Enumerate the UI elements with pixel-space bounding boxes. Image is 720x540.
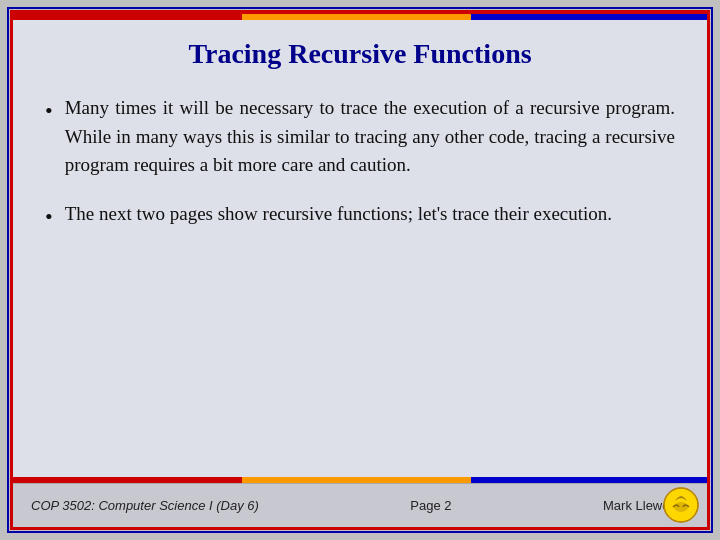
bullet-text-1: Many times it will be necessary to trace… bbox=[65, 94, 675, 180]
svg-point-2 bbox=[674, 502, 688, 512]
slide-container: Tracing Recursive Functions • Many times… bbox=[10, 10, 710, 530]
bullet-section: • Many times it will be necessary to tra… bbox=[45, 94, 675, 467]
slide-inner: Tracing Recursive Functions • Many times… bbox=[13, 14, 707, 527]
ucf-logo bbox=[663, 487, 699, 523]
footer: COP 3502: Computer Science I (Day 6) Pag… bbox=[13, 483, 707, 527]
bullet-item-2: • The next two pages show recursive func… bbox=[45, 200, 675, 233]
slide-content: Tracing Recursive Functions • Many times… bbox=[13, 20, 707, 477]
bullet-item-1: • Many times it will be necessary to tra… bbox=[45, 94, 675, 180]
bullet-dot-1: • bbox=[45, 96, 53, 127]
bullet-dot-2: • bbox=[45, 202, 53, 233]
slide-title: Tracing Recursive Functions bbox=[45, 38, 675, 70]
bullet-text-2: The next two pages show recursive functi… bbox=[65, 200, 612, 229]
footer-course-info: COP 3502: Computer Science I (Day 6) bbox=[31, 498, 259, 513]
footer-page: Page 2 bbox=[410, 498, 451, 513]
